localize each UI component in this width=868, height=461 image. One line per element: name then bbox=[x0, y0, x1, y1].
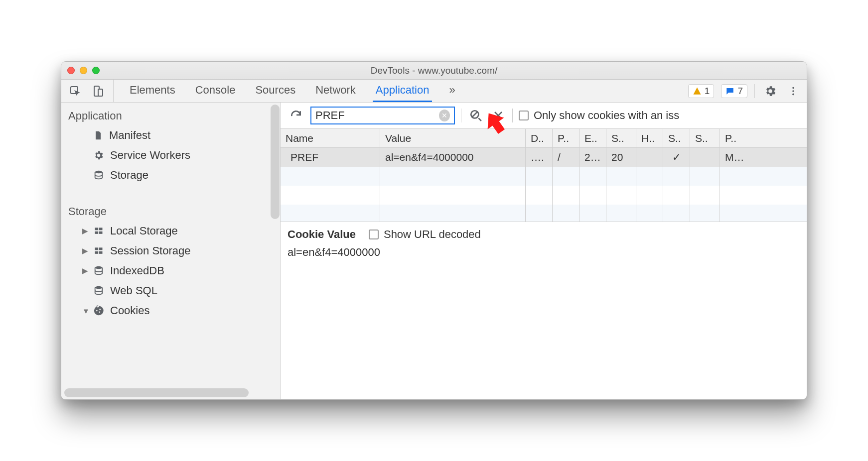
only-issue-checkbox[interactable] bbox=[519, 111, 529, 120]
database-icon bbox=[93, 170, 104, 181]
close-window-button[interactable] bbox=[67, 67, 75, 74]
sidebar-item-manifest[interactable]: ▶ Manifest bbox=[61, 125, 280, 145]
svg-point-4 bbox=[792, 90, 794, 92]
svg-point-16 bbox=[95, 286, 103, 289]
svg-rect-2 bbox=[98, 89, 103, 96]
gear-icon bbox=[93, 150, 104, 161]
window-controls bbox=[67, 67, 100, 74]
tab-network[interactable]: Network bbox=[312, 80, 359, 102]
minimize-window-button[interactable] bbox=[80, 67, 87, 74]
tabs-overflow[interactable]: » bbox=[446, 80, 458, 102]
svg-point-18 bbox=[99, 311, 100, 313]
show-decoded-label: Show URL decoded bbox=[384, 228, 481, 241]
refresh-icon[interactable] bbox=[288, 109, 304, 122]
sidebar-item-websql[interactable]: ▶ Web SQL bbox=[61, 281, 280, 301]
col-secure[interactable]: S.. bbox=[663, 129, 690, 147]
col-priority[interactable]: P.. bbox=[720, 129, 807, 147]
main-tabs: Elements Console Sources Network Applica… bbox=[61, 80, 807, 103]
device-toolbar-icon[interactable] bbox=[90, 85, 106, 97]
content-area: Application ▶ Manifest ▶ Service Workers… bbox=[61, 103, 807, 399]
sidebar-item-service-workers[interactable]: ▶ Service Workers bbox=[61, 145, 280, 165]
svg-point-19 bbox=[99, 309, 101, 310]
show-decoded-row[interactable]: Show URL decoded bbox=[369, 228, 481, 241]
svg-rect-9 bbox=[95, 231, 99, 234]
chevron-right-icon: ▶ bbox=[82, 266, 89, 275]
sidebar-heading-application: Application bbox=[61, 103, 280, 125]
col-httponly[interactable]: H.. bbox=[636, 129, 663, 147]
cookies-toolbar: ✕ Only show cookies with an iss bbox=[281, 103, 807, 128]
svg-rect-8 bbox=[99, 228, 103, 230]
file-icon bbox=[93, 130, 103, 141]
chevron-right-icon: ▶ bbox=[82, 246, 89, 255]
svg-rect-10 bbox=[99, 231, 103, 234]
svg-rect-7 bbox=[95, 228, 99, 230]
col-samesite[interactable]: S.. bbox=[690, 129, 720, 147]
svg-line-22 bbox=[478, 118, 481, 120]
only-issue-label: Only show cookies with an iss bbox=[534, 109, 679, 122]
table-row[interactable]: PREF al=en&f4=4000000 …. / 2… 20 ✓ M… bbox=[281, 148, 807, 167]
database-icon bbox=[93, 265, 104, 276]
sidebar-item-session-storage[interactable]: ▶ Session Storage bbox=[61, 241, 280, 261]
sidebar-item-indexeddb[interactable]: ▶ IndexedDB bbox=[61, 261, 280, 281]
svg-point-17 bbox=[96, 310, 98, 312]
col-name[interactable]: Name bbox=[281, 129, 380, 147]
table-row[interactable] bbox=[281, 205, 807, 222]
inspect-element-icon[interactable] bbox=[67, 85, 83, 97]
warnings-badge[interactable]: 1 bbox=[688, 84, 715, 98]
svg-rect-11 bbox=[95, 247, 99, 250]
grid-icon bbox=[93, 226, 104, 236]
clear-filter-icon[interactable]: ✕ bbox=[439, 110, 450, 121]
sidebar-scrollbar-horizontal[interactable] bbox=[64, 388, 249, 397]
warnings-count: 1 bbox=[705, 86, 710, 97]
cookie-value-heading: Cookie Value bbox=[288, 228, 356, 241]
tab-application[interactable]: Application bbox=[373, 80, 433, 102]
more-menu-icon[interactable] bbox=[786, 86, 801, 97]
window-title: DevTools - www.youtube.com/ bbox=[61, 65, 807, 76]
tab-sources[interactable]: Sources bbox=[252, 80, 298, 102]
settings-icon[interactable] bbox=[762, 85, 779, 98]
show-decoded-checkbox[interactable] bbox=[369, 230, 379, 239]
devtools-window: DevTools - www.youtube.com/ Elements Con… bbox=[61, 61, 807, 400]
svg-line-21 bbox=[472, 112, 477, 117]
sidebar-item-cookies[interactable]: ▼ Cookies bbox=[61, 301, 280, 321]
only-issue-checkbox-row[interactable]: Only show cookies with an iss bbox=[519, 109, 679, 122]
table-row[interactable] bbox=[281, 186, 807, 205]
filter-input-wrapper[interactable]: ✕ bbox=[310, 107, 455, 124]
database-icon bbox=[93, 285, 104, 296]
sidebar-heading-storage: Storage bbox=[61, 198, 280, 221]
col-expires[interactable]: E.. bbox=[579, 129, 606, 147]
main-panel: ✕ Only show cookies with an iss bbox=[281, 103, 807, 399]
svg-point-5 bbox=[792, 93, 794, 95]
svg-point-3 bbox=[792, 87, 794, 89]
messages-badge[interactable]: 7 bbox=[721, 84, 747, 98]
tab-elements[interactable]: Elements bbox=[127, 80, 178, 102]
table-header: Name Value D.. P.. E.. S.. H.. S.. S.. P… bbox=[281, 129, 807, 148]
col-domain[interactable]: D.. bbox=[526, 129, 553, 147]
cookies-table: Name Value D.. P.. E.. S.. H.. S.. S.. P… bbox=[281, 128, 807, 222]
cookie-value-panel: Cookie Value Show URL decoded al=en&f4=4… bbox=[281, 222, 807, 265]
titlebar: DevTools - www.youtube.com/ bbox=[61, 62, 807, 80]
sidebar: Application ▶ Manifest ▶ Service Workers… bbox=[61, 103, 281, 399]
cookie-icon bbox=[93, 305, 104, 316]
svg-rect-12 bbox=[99, 247, 103, 250]
messages-count: 7 bbox=[737, 86, 743, 97]
tab-console[interactable]: Console bbox=[192, 80, 239, 102]
cookie-value-text[interactable]: al=en&f4=4000000 bbox=[288, 246, 800, 259]
table-row[interactable] bbox=[281, 167, 807, 186]
col-value[interactable]: Value bbox=[380, 129, 526, 147]
chevron-right-icon: ▶ bbox=[82, 227, 89, 235]
col-size[interactable]: S.. bbox=[606, 129, 636, 147]
chevron-down-icon: ▼ bbox=[82, 307, 89, 315]
svg-rect-13 bbox=[95, 251, 99, 254]
zoom-window-button[interactable] bbox=[92, 67, 100, 74]
sidebar-item-storage[interactable]: ▶ Storage bbox=[61, 165, 280, 185]
svg-point-15 bbox=[95, 266, 103, 269]
sidebar-item-local-storage[interactable]: ▶ Local Storage bbox=[61, 221, 280, 241]
delete-icon[interactable] bbox=[490, 110, 506, 121]
svg-rect-14 bbox=[99, 251, 103, 254]
filter-input[interactable] bbox=[315, 109, 439, 122]
sidebar-scrollbar-vertical[interactable] bbox=[271, 105, 280, 219]
svg-point-6 bbox=[95, 171, 103, 174]
col-path[interactable]: P.. bbox=[553, 129, 579, 147]
clear-all-icon[interactable] bbox=[467, 109, 484, 122]
